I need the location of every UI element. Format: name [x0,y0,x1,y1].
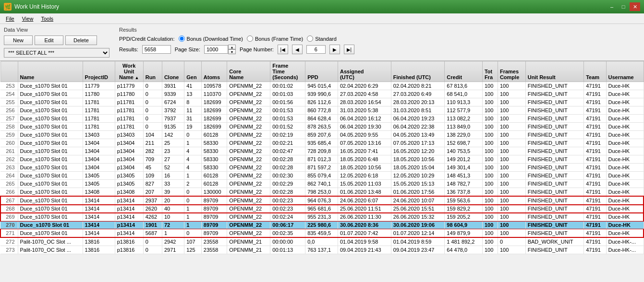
cell: p13414 [115,213,143,221]
cell: 798 253,0 [305,188,338,197]
col-username[interactable]: Username [606,61,644,82]
cell: FINISHED_UNIT [525,205,583,213]
row-number: 256 [0,106,18,115]
cell: 16 [162,172,184,180]
col-framescomp[interactable]: FramesComple [498,61,525,82]
cell: 9339 [162,90,184,98]
row-number: 253 [0,82,18,90]
cell: 00:02:24 [270,213,305,221]
menu-file[interactable]: File [2,15,18,23]
cell: 16.05.2020 12:20 [391,147,445,155]
ppd-row: PPD/Credit Calculation: Bonus (Download … [119,35,354,42]
cell: 1 [184,205,202,213]
col-atoms[interactable]: Atoms [201,61,227,82]
minimize-button[interactable]: – [607,2,617,11]
row-number: 257 [0,115,18,123]
cell: 11779 [83,82,115,90]
nav-prev[interactable]: ◀ [292,45,303,54]
menu-view[interactable]: View [18,15,37,23]
cell: 100 [498,205,525,213]
cell: 1 [184,172,202,180]
nav-last[interactable]: ▶| [344,45,354,54]
col-frametime[interactable]: FrameTime(Seconds) [270,61,305,82]
col-ppd[interactable]: PPD [305,61,338,82]
cell: Duce-HK [606,164,644,172]
cell: 18.05.2020 15:04 [391,164,445,172]
cell: 47191 [584,155,606,164]
delete-button[interactable]: Delete [65,35,97,45]
cell: 58330 [201,155,227,164]
page-number-input[interactable] [306,45,326,54]
page-size-down[interactable]: ▼ [228,49,236,54]
cell: p13414 [115,221,143,229]
cell: p11781 [115,123,143,131]
row-number: 266 [0,188,18,197]
col-credit[interactable]: Credit [445,61,483,82]
cell: p13414 [115,229,143,238]
cell: Duce_s1070 Slot 01 [18,155,83,164]
cell: 13405 [83,172,115,180]
select-all-dropdown[interactable]: *** SELECT ALL *** [4,48,109,58]
cell: Duce_s1070 Slot 01 [18,147,83,155]
edit-button[interactable]: Edit [35,35,63,45]
col-name[interactable]: Name [18,61,83,82]
col-clone[interactable]: Clone [162,61,184,82]
cell: 00:01:03 [270,90,305,98]
cell: Duce-HK [606,123,644,131]
col-assigned[interactable]: Assigned(UTC) [338,61,391,82]
cell: 00:00:00 [270,237,305,246]
page-size-input[interactable] [204,45,228,54]
col-core[interactable]: CoreName [227,61,270,82]
radio-bonus-frame[interactable]: Bonus (Frame Time) [247,35,303,42]
radio-standard[interactable]: Standard [307,35,337,42]
cell: Duce_s1070 Slot 01 [18,131,83,139]
cell: OPENMM_22 [227,82,270,90]
row-number: 272 [0,237,18,246]
cell: Duce-HK [606,98,644,106]
cell: Duce-HK [606,188,644,197]
cell: 31.03.2020 5:38 [338,106,391,115]
col-finished[interactable]: Finished (UTC) [391,61,445,82]
results-count-input[interactable] [142,45,171,54]
page-size-up[interactable]: ▲ [228,45,236,49]
radio-bonus-download[interactable]: Bonus (Download Time) [179,35,243,42]
col-result[interactable]: Unit Result [525,61,583,82]
cell: 100 [482,229,498,238]
cell: 58330 [201,139,227,147]
cell: 182699 [201,98,227,106]
cell: OPENMM_22 [227,139,270,147]
new-button[interactable]: New [4,35,33,45]
row-number: 265 [0,180,18,188]
cell: 4 [184,164,202,172]
cell: 945 015,4 [305,82,338,90]
col-team[interactable]: Team [584,61,606,82]
col-totalframes[interactable]: TotFra [482,61,498,82]
col-wuname[interactable]: WorkUnitName [115,61,143,82]
cell: p11779 [115,82,143,90]
nav-next[interactable]: ▶ [329,45,340,54]
col-run[interactable]: Run [143,61,162,82]
cell: 13816 [83,246,115,254]
cell: 28.03.2020 16:54 [338,98,391,106]
cell: 47191 [584,139,606,147]
nav-first[interactable]: |◀ [278,45,288,54]
cell: 2971 [162,246,184,254]
cell: 13 [184,90,202,98]
maximize-button[interactable]: □ [618,2,629,11]
cell: OPENMM_22 [227,229,270,238]
close-button[interactable]: ✕ [630,2,640,11]
cell: 89709 [201,196,227,205]
table-row: 266Duce_s1070 Slot 0113408p1340820739013… [0,188,644,197]
col-gen[interactable]: Gen [184,61,202,82]
cell: 125 [184,246,202,254]
menu-tools[interactable]: Tools [37,15,57,23]
cell: 02.04.2020 8:21 [391,82,445,90]
cell: 159 205,2 [445,213,483,221]
window-controls: – □ ✕ [607,2,640,11]
cell: 47191 [584,82,606,90]
col-project[interactable]: ProjectID [83,61,115,82]
cell: 4 [184,147,202,155]
cell: 13414 [83,196,115,205]
cell: 13403 [83,131,115,139]
cell: 3792 [162,106,184,115]
